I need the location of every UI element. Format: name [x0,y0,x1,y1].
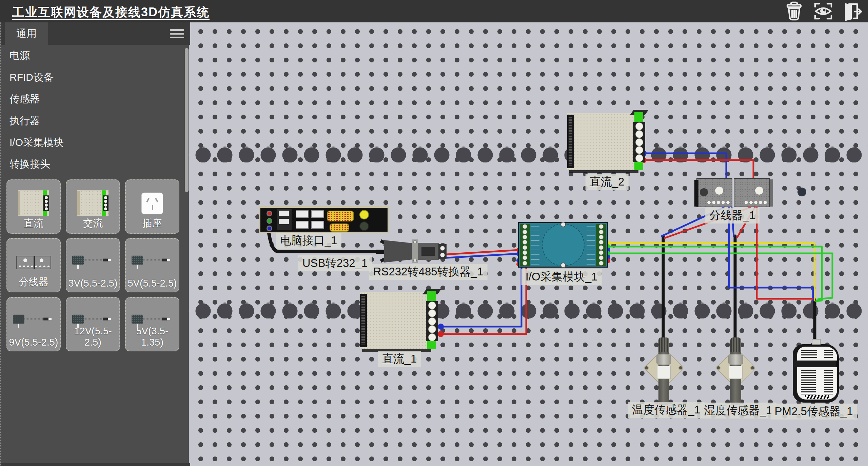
app-title: 工业互联网设备及接线3D仿真系统 [12,4,210,21]
adapter-thumbnail [72,254,114,270]
device-label: RS232转485转换器_1 [369,264,488,280]
splitter-thumbnail [16,256,51,269]
tab-general[interactable]: 通用 [5,22,48,45]
device-pm25-sensor[interactable] [793,344,839,403]
audio-jack-blue [267,226,272,231]
toolbar [783,1,863,21]
device-label: 湿度传感器_1 [700,403,776,419]
palette-item-5v-small-adapter[interactable]: 5V(3.5-1.35) [125,297,179,351]
serial-port [327,211,354,221]
palette-item-5v-adapter[interactable]: 5V(5.5-2.5) [125,238,179,292]
view-focus-icon[interactable] [812,1,834,21]
serial-port [330,224,349,232]
category-menu: 电源 RFID设备 传感器 执行器 I/O采集模块 转换接头 [1,45,190,175]
exit-icon[interactable] [842,1,863,21]
device-label: PM2.5传感器_1 [770,404,857,420]
device-temperature-sensor[interactable] [644,337,684,407]
device-splitter[interactable] [694,178,773,209]
usb-ports [311,210,324,229]
device-label: 电脑接口_1 [276,233,341,249]
device-io-module[interactable] [518,222,608,268]
device-label: USB转232_1 [298,255,372,271]
device-label: 直流_2 [586,174,629,190]
device-label: 直流_1 [378,351,421,367]
menu-item-sensor[interactable]: 传感器 [1,88,190,110]
sidebar: 通用 电源 RFID设备 传感器 执行器 I/O采集模块 转换接头 直流 交流 … [0,22,189,466]
device-label: I/O采集模块_1 [521,269,602,285]
sidebar-scrollbar[interactable] [185,48,189,192]
palette-item-socket[interactable]: 插座 [125,179,179,234]
menu-icon[interactable] [170,29,184,39]
menu-item-actuator[interactable]: 执行器 [1,110,190,132]
palette-item-splitter[interactable]: 分线器 [6,238,61,292]
device-humidity-sensor[interactable] [715,337,756,407]
simulation-canvas[interactable]: 直流_2 电脑接口_1 USB转232_1 RS232转485转换器_1 I/O… [189,22,868,466]
menu-item-adapter[interactable]: 转换接头 [1,153,190,175]
device-dc-power-1[interactable] [360,291,438,351]
device-dc-power-2[interactable] [567,112,645,172]
ac-psu-thumbnail [77,190,108,216]
palette-item-9v-adapter[interactable]: 9V(5.5-2.5) [6,297,61,351]
trash-icon[interactable] [783,1,805,21]
device-rs232-485-converter[interactable] [378,239,447,263]
usb-ports [296,210,309,229]
palette-item-12v-adapter[interactable]: 12V(5.5-2.5) [66,297,120,351]
audio-jack-green [267,218,272,224]
menu-item-power[interactable]: 电源 [1,45,190,66]
palette-item-3v-adapter[interactable]: 3V(5.5-2.5) [66,238,120,292]
top-bar: 工业互联网设备及接线3D仿真系统 [0,0,868,22]
socket-thumbnail [141,193,163,214]
menu-item-rfid[interactable]: RFID设备 [1,66,190,88]
audio-jack-red [267,211,272,216]
menu-item-io-module[interactable]: I/O采集模块 [1,132,190,153]
sidebar-bottom-strip [1,463,190,466]
pegboard-slot-row [189,302,868,318]
adapter-thumbnail [13,313,54,329]
device-label: 分线器_1 [705,208,760,224]
device-pc-interface[interactable] [259,206,389,233]
palette-item-ac[interactable]: 交流 [66,179,120,234]
device-label: 温度传感器_1 [628,402,705,418]
pegboard-slot-row [189,146,868,162]
adapter-thumbnail [132,254,173,270]
palette-item-dc[interactable]: 直流 [6,179,61,234]
sidebar-tab-row: 通用 [1,22,190,45]
dc-psu-thumbnail [18,190,49,216]
